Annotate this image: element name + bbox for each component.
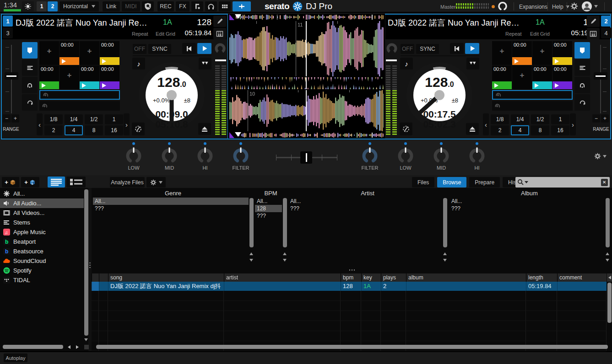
autoplay-button[interactable]: Autoplay (4, 353, 27, 362)
sidebar-item-stems[interactable]: Stems (0, 218, 84, 227)
low-knob[interactable]: LOW (395, 142, 416, 171)
reloop-tab[interactable] (22, 94, 38, 111)
fx-button[interactable]: FX (176, 1, 190, 11)
mid-knob[interactable]: MID (159, 142, 179, 171)
sidebar-item-spotify[interactable]: Spotify (0, 266, 84, 275)
deck-1-pitch-fader[interactable] (5, 72, 18, 80)
loop-size-1-4[interactable]: 1/4 (65, 114, 83, 124)
sidebar-scroll-down-arrow[interactable] (84, 338, 88, 341)
browse-item[interactable]: ??? (255, 212, 282, 219)
browse-item[interactable]: All... (255, 198, 282, 205)
deck-2-drop-button[interactable] (466, 58, 479, 70)
browse-col-header-album[interactable]: Album (450, 190, 609, 197)
cue-slot[interactable]: 00:00 (532, 65, 552, 89)
sidebar-item-all-audio[interactable]: All Audio... (0, 198, 84, 208)
view-simple-list-button[interactable] (48, 177, 65, 187)
deck-2-cue-gain-knob[interactable] (386, 42, 398, 56)
settings-button[interactable] (570, 2, 578, 12)
library-settings-menu[interactable] (146, 177, 166, 187)
view-album-list-button[interactable] (66, 177, 86, 187)
table-vertical-scrollbar[interactable] (607, 283, 612, 323)
stems-tab[interactable] (22, 59, 38, 76)
sampler-button[interactable] (191, 1, 203, 11)
table-header-length[interactable]: length (526, 273, 557, 282)
scroll-left-arrow[interactable] (68, 345, 70, 349)
hi-knob[interactable]: HI (195, 142, 215, 171)
browse-col-header-genre[interactable]: Genre (93, 190, 253, 197)
cue-slot[interactable]: 00:00 (100, 41, 119, 65)
table-column-scroll-left[interactable] (607, 273, 612, 282)
deck-1-off-button[interactable]: OFF (133, 44, 146, 54)
cue-slot[interactable]: 00:00 (39, 65, 59, 89)
deck-1-range-minus[interactable]: − (3, 114, 11, 123)
hotcues-tab[interactable] (574, 42, 590, 59)
browse-col-header-bpm[interactable]: BPM (255, 190, 287, 197)
table-header-key[interactable]: key (361, 273, 381, 282)
loop-size-8[interactable]: 8 (531, 125, 549, 135)
deck-1-platter[interactable]: 128.0 BPM +0.0%±8 00:09.0 05:10.8 (139, 62, 205, 128)
pads-button[interactable] (219, 1, 231, 11)
deck-1-volume-fader[interactable] (215, 59, 226, 61)
hotcues-tab[interactable] (22, 42, 38, 59)
deck-1-repeat-toggle[interactable]: Repeat (132, 31, 148, 37)
deck-2-overview-strip[interactable] (229, 132, 384, 138)
browse-scrollbar[interactable] (606, 198, 610, 247)
layout-dropdown[interactable]: Horizontal (60, 1, 99, 11)
deck-1-beatgrid-button[interactable] (213, 28, 226, 39)
account-menu[interactable] (581, 1, 598, 12)
loop-size-1-2[interactable]: 1/2 (531, 114, 549, 124)
search-box[interactable]: ✕ (515, 177, 610, 187)
table-row[interactable]: DJ版 2022 諾言 Nuo Yan Janji Remix dj抖1281A… (92, 282, 607, 291)
deck-1-number[interactable]: 1 (3, 16, 13, 27)
loop-tab[interactable] (22, 77, 38, 93)
deck-2-sync-button[interactable]: SYNC (416, 44, 439, 54)
sidebar-splitter[interactable] (88, 188, 92, 351)
table-header-bpm[interactable]: bpm (341, 273, 361, 282)
filter-knob[interactable]: FILTER (360, 142, 380, 171)
table-header-plays[interactable]: plays (381, 273, 406, 282)
cue-slot-empty[interactable]: + (60, 65, 79, 89)
scroll-down-arrow[interactable] (249, 259, 253, 262)
loop-size-1[interactable]: 1 (551, 114, 569, 124)
table-empty-row[interactable] (92, 331, 607, 341)
deck-select-2[interactable]: 2 (48, 1, 58, 11)
table-header-album[interactable]: album (406, 273, 526, 282)
deck-1-drop-button[interactable] (199, 58, 211, 70)
loop-size-8[interactable]: 8 (85, 125, 103, 135)
deck-2-loop-prev[interactable]: ‹ (483, 113, 489, 135)
cue-slot[interactable]: 00:00 (492, 65, 512, 89)
add-crate-button[interactable]: + (2, 177, 19, 187)
table-empty-row[interactable] (92, 311, 607, 321)
cue-slot-empty[interactable]: + (39, 41, 59, 65)
scroll-right-arrow[interactable] (76, 345, 79, 349)
crossfader-handle[interactable] (300, 151, 312, 164)
search-clear-button[interactable]: ✕ (601, 179, 608, 186)
deck-1-play-button[interactable] (197, 43, 211, 54)
low-knob[interactable]: LOW (124, 142, 144, 171)
sidebar-item-soundcloud[interactable]: SoundCloud (0, 256, 84, 266)
browse-item[interactable]: 128 (255, 205, 282, 212)
scroll-down-arrow[interactable] (283, 259, 287, 262)
mid-knob[interactable]: MID (431, 142, 451, 171)
sidebar-item-apple-music[interactable]: ♫Apple Music (0, 227, 84, 237)
deck-2-off-button[interactable]: OFF (401, 44, 414, 54)
scroll-up-arrow[interactable] (443, 252, 447, 255)
analyze-files-button[interactable]: Analyze Files (110, 177, 145, 187)
deck-2-loop-next[interactable]: › (570, 113, 576, 135)
sidebar-vertical-scrollbar[interactable] (84, 189, 88, 336)
table-empty-row[interactable] (92, 301, 607, 311)
deck-1-edit-grid-toggle[interactable]: Edit Grid (156, 31, 175, 37)
deck-1-eject-button[interactable] (198, 123, 211, 135)
scroll-up-arrow[interactable] (283, 252, 287, 255)
cue-slot[interactable]: 00:00 (512, 41, 532, 65)
cue-slot-empty[interactable]: + (492, 41, 512, 65)
filter-knob[interactable]: FILTER (231, 142, 251, 171)
deck-1-loop-prev[interactable]: ‹ (37, 113, 43, 135)
link-button[interactable]: Link (103, 1, 120, 11)
loop-size-1-2[interactable]: 1/2 (85, 114, 103, 124)
cue-slot-empty[interactable]: + (532, 41, 552, 65)
browse-item[interactable]: ??? (288, 205, 442, 212)
deck-1-censor-button[interactable] (132, 123, 145, 135)
cue-headphone-button[interactable] (205, 1, 217, 11)
browse-scrollbar[interactable] (443, 198, 447, 247)
